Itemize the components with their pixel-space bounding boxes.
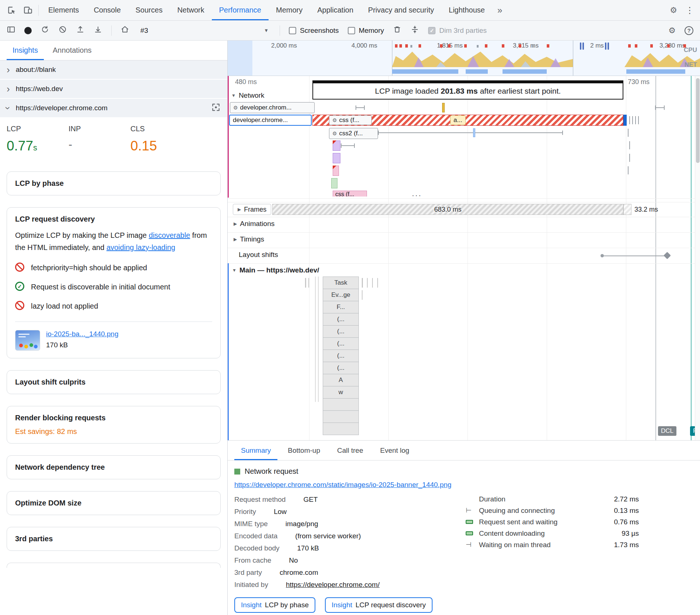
discoverable-link[interactable]: discoverable xyxy=(149,231,190,239)
timings-track-header[interactable]: ▶ Timings xyxy=(234,235,264,243)
tab-elements[interactable]: Elements xyxy=(41,0,86,20)
card-partial[interactable] xyxy=(7,563,221,568)
main-task-box[interactable]: (... xyxy=(323,313,359,326)
main-task-box[interactable]: (... xyxy=(323,350,359,362)
tab-application[interactable]: Application xyxy=(310,0,361,20)
settings-gear-icon[interactable]: ⚙ xyxy=(665,0,682,20)
inspect-icon[interactable] xyxy=(4,0,20,20)
tab-lighthouse[interactable]: Lighthouse xyxy=(441,0,492,20)
zoom-handle-right[interactable] xyxy=(605,42,610,50)
origin-row-about-blank[interactable]: › about://blank xyxy=(0,60,227,80)
tab-bottom-up[interactable]: Bottom-up xyxy=(281,441,327,460)
collapse-tracks-icon[interactable] xyxy=(410,25,419,36)
tab-privacy-security[interactable]: Privacy and security xyxy=(361,0,441,20)
help-icon[interactable]: ? xyxy=(685,26,693,35)
card-lcp-request-discovery[interactable]: LCP request discovery Optimize LCP by ma… xyxy=(7,207,221,358)
vertical-scrollbar[interactable] xyxy=(695,76,700,440)
network-track-header[interactable]: ▼ Network xyxy=(231,91,265,100)
animations-track-header[interactable]: ▶ Animations xyxy=(234,220,274,228)
kebab-menu-icon[interactable]: ⋮ xyxy=(682,0,698,20)
main-task-box[interactable] xyxy=(323,410,359,423)
request-chunk[interactable] xyxy=(442,103,445,112)
tab-annotations[interactable]: Annotations xyxy=(47,41,98,60)
layout-shift-dot[interactable] xyxy=(601,254,604,257)
card-render-blocking-requests[interactable]: Render blocking requests Est savings: 82… xyxy=(7,406,221,444)
request-download-segment[interactable] xyxy=(623,115,627,126)
record-button[interactable] xyxy=(24,27,32,34)
insight-lcp-by-phase-button[interactable]: InsightLCP by phase xyxy=(234,597,315,613)
zoom-handle-left[interactable] xyxy=(580,42,585,50)
lcp-load-annotation[interactable]: LCP image loaded201.83 msafter earliest … xyxy=(312,80,623,100)
track-resize-ellipsis[interactable]: ... xyxy=(412,189,422,198)
tab-console[interactable]: Console xyxy=(86,0,128,20)
main-task-box[interactable]: (... xyxy=(323,362,359,374)
focus-trace-icon[interactable] xyxy=(211,102,221,114)
network-request-bar[interactable]: a... xyxy=(450,115,466,125)
metric-lcp[interactable]: LCP 0.77s xyxy=(7,125,69,154)
scrollbar-thumb[interactable] xyxy=(696,78,700,163)
partial-frame-bar[interactable] xyxy=(623,204,631,215)
network-request-bar[interactable] xyxy=(333,140,340,151)
frames-track-header[interactable]: ▶ Frames xyxy=(233,204,271,215)
card-optimize-dom-size[interactable]: Optimize DOM size xyxy=(7,491,221,515)
tab-network[interactable]: Network xyxy=(170,0,211,20)
request-url-link[interactable]: https://developer.chrome.com/static/imag… xyxy=(234,481,451,489)
tab-performance[interactable]: Performance xyxy=(212,0,269,20)
metric-cls[interactable]: CLS 0.15 xyxy=(130,125,192,154)
device-toolbar-icon[interactable] xyxy=(20,0,36,20)
main-task-box[interactable]: (... xyxy=(323,337,359,350)
card-3rd-parties[interactable]: 3rd parties xyxy=(7,527,221,551)
request-chunk[interactable] xyxy=(473,128,475,137)
origin-row-web-dev[interactable]: › https://web.dev xyxy=(0,80,227,99)
network-request-bar[interactable]: ⚙ css (f... xyxy=(329,115,372,125)
tab-insights[interactable]: Insights xyxy=(7,41,44,60)
dock-panel-icon[interactable] xyxy=(7,25,15,36)
home-icon[interactable] xyxy=(120,25,129,36)
selected-network-request-bar[interactable]: developer.chrome... xyxy=(229,115,312,126)
main-task-box[interactable]: A xyxy=(323,374,359,386)
main-task-box[interactable]: Ev...ge xyxy=(323,289,359,301)
main-task-box[interactable]: w xyxy=(323,386,359,399)
lcp-image-thumbnail[interactable] xyxy=(15,330,40,351)
frame-bar[interactable]: 683.0 ms xyxy=(272,204,623,215)
flame-chart-canvas[interactable]: 480 ms 730 ms LCP image loaded201.83 msa… xyxy=(228,76,700,440)
main-task-box[interactable]: (... xyxy=(323,325,359,338)
main-task-box[interactable]: F... xyxy=(323,301,359,313)
tab-call-tree[interactable]: Call tree xyxy=(330,441,370,460)
main-task-box[interactable] xyxy=(323,423,359,435)
main-thread-track-header[interactable]: ▼ Main — https://web.dev/ xyxy=(232,266,319,274)
network-request-bar[interactable]: ⚙ developer.chrom... xyxy=(230,102,315,113)
recording-select[interactable]: #3 ▼ xyxy=(138,27,271,35)
memory-checkbox[interactable]: Memory xyxy=(348,27,384,35)
card-network-dependency-tree[interactable]: Network dependency tree xyxy=(7,455,221,479)
tab-memory[interactable]: Memory xyxy=(269,0,310,20)
timeline-overview[interactable]: 2,000 ms 4,000 ms 1,815 ms 3,815 ms 2 ms… xyxy=(228,41,700,76)
more-tabs-icon[interactable]: » xyxy=(492,0,507,20)
dcl-marker-badge[interactable]: DCL xyxy=(658,426,676,436)
main-task-box[interactable] xyxy=(323,398,359,411)
card-lcp-by-phase[interactable]: LCP by phase xyxy=(7,171,221,195)
tab-sources[interactable]: Sources xyxy=(128,0,170,20)
main-task-box[interactable]: Task xyxy=(323,277,359,289)
metric-inp[interactable]: INP - xyxy=(69,125,130,154)
tab-event-log[interactable]: Event log xyxy=(374,441,416,460)
upload-profile-icon[interactable] xyxy=(76,25,85,36)
network-request-bar[interactable]: css (f... xyxy=(333,191,367,197)
network-request-bar[interactable] xyxy=(333,153,340,163)
clear-icon[interactable] xyxy=(58,25,67,36)
network-request-bar[interactable] xyxy=(333,166,339,176)
origin-row-developer-chrome[interactable]: › https://developer.chrome.com xyxy=(0,99,227,118)
garbage-collect-icon[interactable] xyxy=(393,25,402,36)
download-profile-icon[interactable] xyxy=(94,25,102,36)
reload-record-icon[interactable] xyxy=(41,25,49,36)
layout-shift-diamond[interactable] xyxy=(664,252,671,259)
screenshots-checkbox[interactable]: Screenshots xyxy=(289,27,339,35)
dim-3rd-parties-checkbox[interactable]: ✓ Dim 3rd parties xyxy=(428,27,487,35)
layout-shifts-track-header[interactable]: Layout shifts xyxy=(239,251,278,259)
network-request-bar[interactable] xyxy=(331,178,337,188)
initiator-link[interactable]: https://developer.chrome.com/ xyxy=(286,581,380,588)
avoid-lazy-loading-link[interactable]: avoiding lazy-loading xyxy=(106,243,175,251)
insight-lcp-request-discovery-button[interactable]: InsightLCP request discovery xyxy=(325,597,433,613)
tab-summary[interactable]: Summary xyxy=(234,441,277,460)
panel-settings-gear-icon[interactable]: ⚙ xyxy=(668,26,676,35)
